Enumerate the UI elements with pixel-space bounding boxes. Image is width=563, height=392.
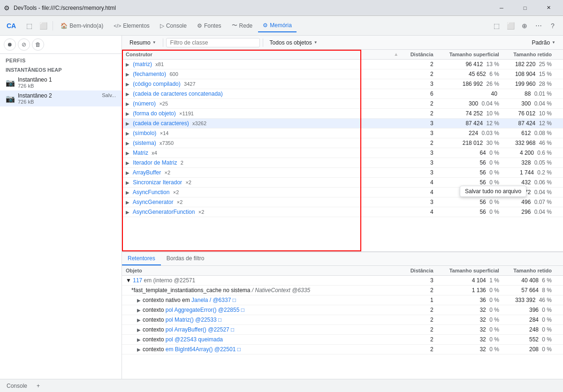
expand-icon: ▶ [126,91,129,97]
cell-object: *fast_template_instantiations_cache no s… [122,286,402,295]
cell-retained: 87 424 12 % [503,119,555,128]
stop-button[interactable]: ⊘ [18,38,30,51]
cell-pad [555,305,563,315]
expand-icon: ▶ [137,337,141,342]
row-info-blue: pol @22S43 queimada [166,336,223,343]
th-constructor[interactable]: Construtor ▲ [122,50,402,60]
list-item[interactable]: ▶ contexto pol ArrayBuffer() @22527 □ 2 … [122,325,563,335]
list-item[interactable]: ▶ contexto pol @22S43 queimada 2 32 0 % … [122,335,563,345]
expand-arrow: ▼ [126,277,133,284]
table-row[interactable]: ▶ (forma do objeto) ×1191 2 74 252 10 % … [122,109,563,119]
table-row[interactable]: ▶ (símbolo) ×14 3 224 0.03 % 612 0.08 % [122,128,563,138]
th-retained[interactable]: Tamanho retido [503,50,555,60]
class-filter-input[interactable] [166,38,260,47]
sidebar-item-snapshot2[interactable]: 📷 Instantâneo 2 Salv... 726 kB [0,90,122,106]
list-item[interactable]: ▶ contexto pol Matriz() @22533 □ 2 32 0 … [122,315,563,325]
toolbar-separator-1 [53,21,53,30]
tab-retentores[interactable]: Retentores [122,252,161,265]
table-row[interactable]: ▶ (matriz) x81 2 96 412 13 % 182 220 25 … [122,60,563,69]
cell-pad [555,276,563,286]
sidebar-item-snapshot1[interactable]: 📷 Instantâneo 1 726 kB [0,75,122,90]
cell-retained: 333 392 46 % [503,295,555,305]
nav-sources[interactable]: ⚙ Fontes [192,19,226,32]
expand-icon: ▶ [126,62,129,67]
bottom-table: Objeto Distância Tamanho superficial Tam… [122,266,563,354]
todos-objetos-dropdown[interactable]: Todos os objetos ▼ [266,38,321,47]
nav-sources-label: Fontes [204,23,221,29]
expand-icon: ▶ [137,298,141,303]
cell-distance: 3 [402,148,437,158]
cell-shallow: 300 0.04 % [437,99,503,109]
list-item[interactable]: *fast_template_instantiations_cache no s… [122,286,563,295]
toolbar-ellipsis-button[interactable]: ⋯ [532,19,545,32]
list-item[interactable]: ▶ contexto nativo em Janela / @6337 □ 1 … [122,295,563,305]
toolbar-share-icon[interactable]: ⊕ [518,19,531,32]
table-row[interactable]: ▶ AsyncGenerator ×2 3 56 0 % 496 0.07 % [122,197,563,207]
minimize-button[interactable]: ─ [491,0,512,16]
cell-distance: 3 [402,119,437,128]
cell-pad [555,315,563,325]
add-tab-button[interactable]: + [34,382,43,390]
devtools-icon: ⚙ [4,4,10,12]
row-info: em (interno @22571 [144,277,196,284]
cell-shallow: 96 412 13 % [437,60,503,69]
bth-shallow[interactable]: Tamanho superficial [437,266,503,276]
table-row[interactable]: ▶ Iterador de Matriz 2 3 56 0 % 328 0.05… [122,158,563,168]
cell-dist: 2 [402,315,437,325]
expand-icon: ▶ [126,151,129,156]
table-row[interactable]: ▶ AsyncGeneratorFunction ×2 4 56 0 % 296… [122,207,563,217]
table-row[interactable]: ▶ (fechamento) 600 2 45 652 6 % 108 904 … [122,69,563,79]
close-button[interactable]: ✕ [538,0,559,16]
list-item[interactable]: ▶ contexto pol AggregateError() @22855 □… [122,305,563,315]
toolbar-more-2[interactable]: ⬜ [504,19,517,32]
toolbar-help-button[interactable]: ? [546,19,559,32]
cell-retained: 396 0 % [503,305,555,315]
nav-memory[interactable]: ⚙ Memória [258,19,297,32]
constructor-name: (símbolo) [133,130,156,136]
nav-console[interactable]: ▷ Console [155,19,191,32]
resumo-dropdown[interactable]: Resumo ▼ [126,38,160,47]
th-shallow[interactable]: Tamanho superficial [437,50,503,60]
toolbar-icon-2[interactable]: ⬜ [37,19,50,32]
cell-distance: 6 [402,89,437,99]
nav-elements[interactable]: </> Elementos [109,19,154,32]
table-row[interactable]: ▶ (sistema) x7350 2 218 012 30 % 332 968… [122,138,563,148]
constructor-name: AsyncFunction [133,189,170,196]
toolbar-icon-1[interactable]: ⬚ [23,19,36,32]
list-item[interactable]: ▼ 117 em (interno @22571 3 4 104 1 % 40 … [122,276,563,286]
list-item[interactable]: ▶ contexto em BigInt64Array() @22501 □ 2… [122,345,563,354]
home-icon: 🏠 [61,23,68,29]
expand-icon: ▶ [126,160,129,166]
cell-scroll-pad [555,69,563,79]
expand-icon: ▶ [126,72,129,77]
record-button[interactable]: ⏺ [4,38,16,51]
table-row[interactable]: ▶ Matriz x4 3 64 0 % 4 200 0.6 % [122,148,563,158]
table-row[interactable]: ▶ ArrayBuffer ×2 3 56 0 % 1 744 0.2 % [122,168,563,178]
table-row[interactable]: ▶ (número) ×25 2 300 0.04 % 300 0.04 % [122,99,563,109]
cell-scroll-pad [555,148,563,158]
tab-bordas-filtro[interactable]: Bordas de filtro [161,252,210,265]
expand-icon: ▶ [126,121,129,126]
devtools-logo[interactable]: CA [4,22,19,30]
table-row[interactable]: ▶ (código compilado) 3427 3 186 992 26 %… [122,79,563,89]
console-tab[interactable]: Console [4,382,30,390]
resumo-label: Resumo [129,39,151,46]
clear-button[interactable]: 🗑 [32,38,44,51]
cell-object: ▶ contexto em BigInt64Array() @22501 □ [122,345,402,354]
padrao-dropdown[interactable]: Padrão ▼ [528,38,559,47]
toolbar-more-1[interactable]: ⬚ [490,19,503,32]
maximize-button[interactable]: □ [514,0,536,16]
th-distance[interactable]: Distância [402,50,437,60]
bth-distance[interactable]: Distância [402,266,437,276]
nav-network[interactable]: 〜 Rede [227,19,258,32]
snapshot2-info: Instantâneo 2 Salv... 726 kB [18,92,116,105]
nav-welcome[interactable]: 🏠 Bem-vindo(a) [56,19,108,32]
snapshot2-icon: 📷 [6,94,15,103]
cell-retained: 57 664 8 % [503,286,555,295]
table-row[interactable]: ▶ (cadeia de caracteres) x3262 3 87 424 … [122,119,563,128]
bth-retained[interactable]: Tamanho retido [503,266,555,276]
bth-objeto[interactable]: Objeto [122,266,402,276]
row-info-blue: pol AggregateError() @22855 □ [166,307,244,313]
table-row[interactable]: ▶ (cadeia de caracteres concatenada) 6 4… [122,89,563,99]
snapshot1-info: Instantâneo 1 726 kB [18,76,52,89]
